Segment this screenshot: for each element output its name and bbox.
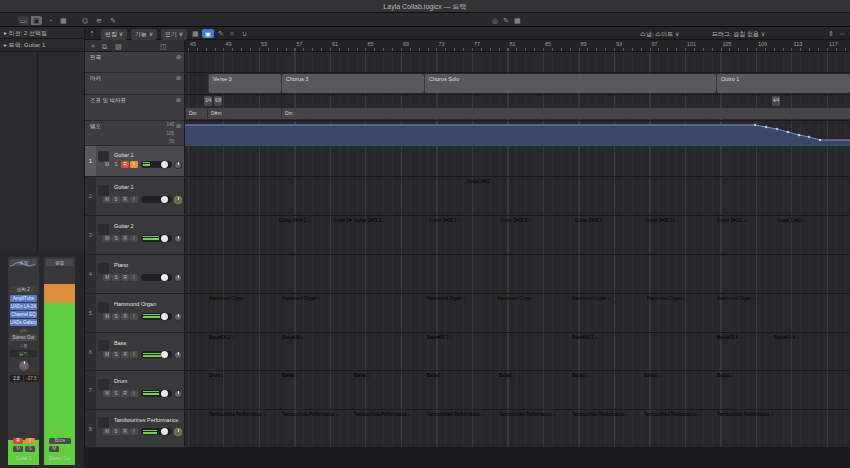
inspector-toggle-icon[interactable]: ▣ — [31, 16, 42, 25]
track-header-tambourines-performance[interactable]: 8Tambourines PerformanceMSRI — [85, 410, 185, 448]
global-track-row-3[interactable]: 조표 및 박자표⊘ — [85, 95, 185, 121]
record-enable-button[interactable]: R — [121, 196, 129, 203]
pan-knob[interactable] — [174, 235, 182, 243]
audio-region[interactable]: Guitar 2#011 ○ — [715, 217, 775, 254]
key-signature[interactable]: D#m — [207, 108, 281, 119]
global-track-row-4[interactable]: 템포⊘14010570 — [85, 121, 185, 146]
arrangement-marker[interactable]: Outro 1 — [716, 74, 850, 93]
count-in-icon[interactable]: ✎ — [503, 17, 509, 24]
mute-button[interactable]: M — [103, 351, 111, 358]
mute-button[interactable]: M — [13, 446, 23, 452]
midi-region[interactable]: Ballad ○ — [352, 372, 425, 409]
midi-region[interactable]: Ballad ○ — [642, 372, 715, 409]
pencil-tool-icon[interactable]: ✎ — [218, 30, 224, 38]
power-icon[interactable]: ⊘ — [176, 97, 181, 103]
midi-region[interactable]: Hammond Organ ○ — [207, 295, 280, 332]
track-lane-2[interactable]: Guitar 1#12 ○ — [185, 177, 850, 216]
pan-knob[interactable] — [174, 390, 182, 398]
time-signature[interactable]: 4/4 — [772, 96, 780, 106]
midi-region[interactable]: Hammond Organ ○ — [495, 295, 570, 332]
bar-ruler[interactable]: 4549535761656973778185899397101105109113… — [185, 40, 850, 52]
marquee-tool-icon[interactable]: ⌗ — [230, 30, 234, 38]
track-header-bass[interactable]: 6BassMSRI — [85, 333, 185, 371]
track-lane-7[interactable]: Drum ○Ballad ○Ballad ○Ballad ○Ballad ○Ba… — [185, 371, 850, 410]
record-enable-button[interactable]: R — [121, 428, 129, 435]
audio-region[interactable]: Bass#09 ○ — [280, 334, 425, 370]
pan-knob[interactable] — [18, 360, 30, 372]
record-enable-button[interactable]: R — [121, 161, 129, 168]
midi-region[interactable] — [185, 372, 207, 409]
tuner-icon[interactable]: ◎ — [492, 17, 498, 24]
automation-icon[interactable]: ⇡ — [89, 30, 95, 38]
audio-region[interactable]: Guitar 2#08.9 ○ — [573, 217, 643, 254]
mute-button[interactable]: M — [103, 428, 111, 435]
audio-region[interactable]: Bass#09.2 ○ — [425, 334, 570, 370]
audio-region[interactable] — [185, 217, 212, 254]
midi-region[interactable]: Tambourines Performance ○ — [207, 411, 280, 447]
record-enable-button[interactable]: R — [121, 351, 129, 358]
track-header-hammond-organ[interactable]: 5Hammond OrganMSRI — [85, 294, 185, 333]
track-lane-3[interactable]: Guitar 2#04.2 ○Guitar 2#05 ○Guitar 2#05.… — [185, 216, 850, 255]
grid-icon[interactable]: ▦ — [192, 30, 199, 38]
edit-menu[interactable]: 편집 ∨ — [101, 29, 127, 40]
track-header-drum[interactable]: 7DrumMSRI — [85, 371, 185, 410]
horizontal-zoom-icon[interactable]: ⇔ — [839, 30, 846, 37]
mute-button[interactable]: M — [103, 313, 111, 320]
arrangement-marker[interactable]: Verse 3 — [208, 74, 281, 93]
library-icon[interactable]: ▦ — [60, 17, 67, 24]
volume-slider-knob[interactable] — [161, 161, 168, 168]
solo-button[interactable]: S — [112, 313, 120, 320]
arrangement-marker[interactable]: Chorus 3 — [281, 74, 424, 93]
track-header-piano[interactable]: 4PianoMSRI — [85, 255, 185, 294]
solo-button[interactable]: S — [112, 274, 120, 281]
key-signature[interactable]: Dm — [281, 108, 850, 119]
midi-region[interactable]: Hammond Organ ○ — [645, 295, 715, 332]
solo-button[interactable]: S — [112, 428, 120, 435]
midi-in-toggle[interactable]: ▣ — [202, 29, 214, 38]
pan-knob[interactable] — [174, 428, 182, 436]
volume-slider-knob[interactable] — [161, 390, 168, 397]
midi-region[interactable]: Hammond Organ ○ — [425, 295, 495, 332]
audio-region[interactable]: Guitar 2#05.8 ○ — [498, 217, 573, 254]
time-signature[interactable]: 6/8 — [214, 96, 222, 106]
vertical-zoom-icon[interactable]: ⇕ — [828, 30, 834, 38]
smart-controls-icon[interactable]: ⌬ — [82, 17, 88, 24]
input-monitor-button[interactable]: I — [130, 390, 138, 397]
solo-button[interactable]: S — [112, 235, 120, 242]
volume-slider-knob[interactable] — [161, 313, 168, 320]
global-track-row-1[interactable]: 편곡⊘ — [85, 52, 185, 73]
volume-slider-knob[interactable] — [161, 196, 168, 203]
midi-region[interactable]: Tambourines Performance ○ — [352, 411, 425, 447]
plugin-slot[interactable]: UADx LA-2A — [10, 303, 37, 310]
input-monitor-button[interactable]: I — [130, 274, 138, 281]
send-slot[interactable]: Stereo Out — [10, 334, 37, 341]
record-enable-button[interactable]: R — [13, 438, 23, 444]
track-lane-8[interactable]: Tambourines Performance ○Tambourines Per… — [185, 410, 850, 448]
midi-region[interactable]: Ballad ○ — [570, 372, 642, 409]
record-enable-button[interactable]: R — [121, 235, 129, 242]
solo-button[interactable]: S — [25, 446, 35, 452]
input-monitor-button[interactable]: I — [130, 351, 138, 358]
plugin-slot[interactable]: UADx Galaxy — [10, 319, 37, 326]
plugin-slot[interactable]: Channel EQ — [10, 311, 37, 318]
region-inspector-header[interactable]: ▸ 리전: 2 선택됨 — [0, 27, 85, 39]
quick-help-icon[interactable]: ▭ — [18, 16, 29, 25]
add-track-button[interactable]: ＋ — [89, 42, 97, 50]
track-header-guitar-1[interactable]: 1Guitar 1MSRI — [85, 146, 185, 177]
solo-button[interactable]: S — [112, 390, 120, 397]
input-monitor-button[interactable]: I — [130, 196, 138, 203]
midi-region[interactable] — [185, 295, 207, 332]
track-lane-5[interactable]: Hammond Organ ○Hammond Organ ○Hammond Or… — [185, 294, 850, 333]
tempo-curve[interactable] — [185, 121, 850, 146]
midi-region[interactable]: Ballad ○ — [280, 372, 352, 409]
track-inspector-header[interactable]: ▸ 트랙: Guitar 1 — [0, 39, 85, 52]
audio-region[interactable]: Guitar 1#12 ○ — [465, 178, 640, 215]
audio-region[interactable]: Bass#09.3 ○ — [570, 334, 715, 370]
input-monitor-button[interactable]: I — [25, 438, 35, 444]
pan-knob[interactable] — [174, 313, 182, 321]
midi-region[interactable]: Tambourines Performance ○ — [570, 411, 642, 447]
magnet-icon[interactable]: ∪ — [242, 30, 247, 38]
toolbar-toggle-icon[interactable]: ◔ — [48, 17, 52, 24]
plugin-slot[interactable]: AmpliTube — [10, 295, 37, 302]
midi-region[interactable]: Drum ○ — [207, 372, 280, 409]
